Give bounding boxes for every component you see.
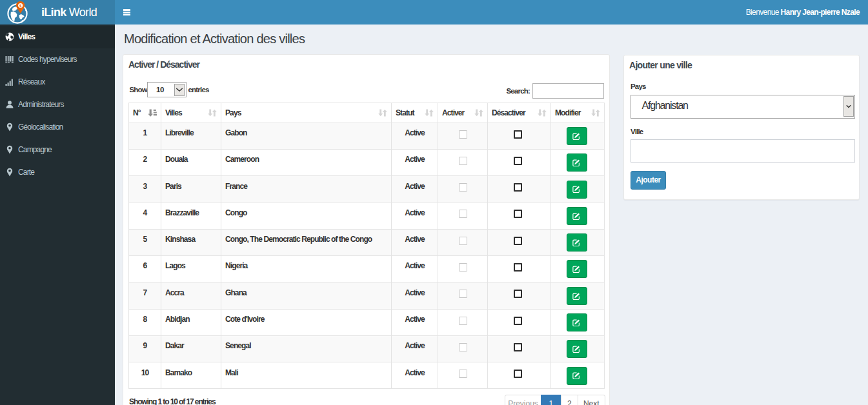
svg-text:$: $ [19, 3, 22, 8]
